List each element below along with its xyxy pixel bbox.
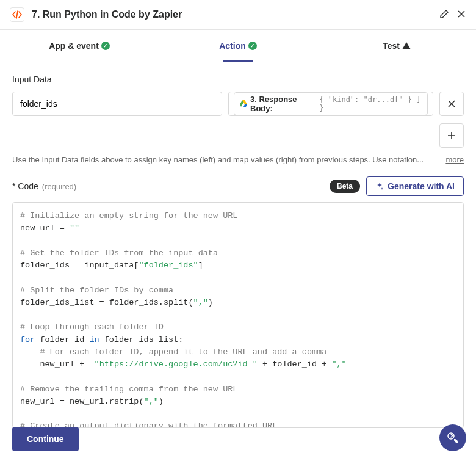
tab-label: Test xyxy=(383,41,400,51)
more-link[interactable]: more xyxy=(445,155,464,164)
check-icon: ✓ xyxy=(248,42,257,50)
beta-badge: Beta xyxy=(330,180,360,193)
check-icon: ✓ xyxy=(101,42,110,50)
tab-test[interactable]: Test xyxy=(317,30,476,62)
tab-label: App & event xyxy=(49,41,99,51)
required-label: (required) xyxy=(42,182,76,191)
add-row-button[interactable] xyxy=(439,123,464,148)
step-header: 7. Run Python in Code by Zapier xyxy=(0,0,476,30)
sparkle-icon xyxy=(375,182,384,191)
generate-label: Generate with AI xyxy=(388,181,455,191)
tab-action[interactable]: Action ✓ xyxy=(159,30,317,62)
continue-button[interactable]: Continue xyxy=(12,427,79,451)
pill-label: 3. Response Body: xyxy=(250,95,317,113)
input-data-label: Input Data xyxy=(12,74,464,84)
rename-icon[interactable] xyxy=(439,9,449,21)
input-key-field[interactable] xyxy=(12,92,222,116)
close-icon xyxy=(447,100,456,108)
help-chat-icon xyxy=(446,431,460,445)
step-tabs: App & event ✓ Action ✓ Test xyxy=(0,30,476,62)
help-fab[interactable] xyxy=(439,424,466,451)
google-drive-icon xyxy=(239,100,248,108)
close-icon[interactable] xyxy=(456,9,466,21)
tab-app-event[interactable]: App & event ✓ xyxy=(0,30,159,62)
code-editor[interactable]: # Initialize an empty string for the new… xyxy=(12,202,464,428)
input-value-field[interactable]: 3. Response Body: { "kind": "dr...df" } … xyxy=(228,92,433,116)
remove-row-button[interactable] xyxy=(439,92,464,116)
tab-label: Action xyxy=(219,41,246,51)
step-title: 7. Run Python in Code by Zapier xyxy=(32,9,432,20)
code-field-label: * Code xyxy=(12,181,38,191)
code-app-icon xyxy=(10,7,24,22)
plus-icon xyxy=(447,131,456,140)
pill-preview: { "kind": "dr...df" } ] } xyxy=(319,95,422,112)
generate-ai-button[interactable]: Generate with AI xyxy=(366,176,464,196)
warning-icon xyxy=(402,42,411,49)
help-text: Use the Input Data fields above to assig… xyxy=(12,155,424,164)
mapped-value-pill[interactable]: 3. Response Body: { "kind": "dr...df" } … xyxy=(234,92,428,115)
